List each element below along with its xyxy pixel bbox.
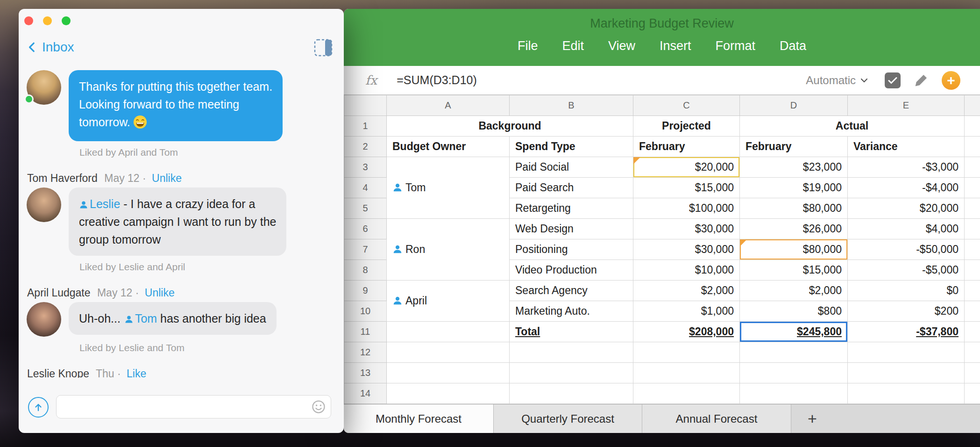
cell[interactable]: $100,000 — [633, 198, 740, 219]
emoji-picker-button[interactable] — [312, 400, 326, 416]
cell[interactable]: Positioning — [510, 239, 633, 260]
tab-quarterly-forecast[interactable]: Quarterly Forecast — [494, 404, 642, 433]
cell[interactable] — [633, 342, 740, 363]
cell[interactable]: $30,000 — [633, 219, 740, 239]
cell[interactable] — [965, 239, 980, 260]
tab-annual-forecast[interactable]: Annual Forecast — [642, 404, 791, 433]
avatar-tom[interactable] — [27, 187, 61, 222]
cell[interactable] — [965, 260, 980, 281]
cell[interactable]: $2,000 — [740, 281, 848, 301]
row-header-4[interactable]: 4 — [344, 178, 387, 198]
unlike-link[interactable]: Unlike — [152, 172, 182, 184]
cell[interactable]: Marketing Auto. — [510, 301, 633, 322]
cell[interactable] — [965, 342, 980, 363]
menu-edit[interactable]: Edit — [561, 36, 585, 56]
cell[interactable]: Paid Search — [510, 178, 633, 198]
cell[interactable] — [965, 178, 980, 198]
cell[interactable]: -$50,000 — [848, 239, 965, 260]
cell[interactable]: $20,000 — [848, 198, 965, 219]
cell[interactable]: -$5,000 — [848, 260, 965, 281]
like-link[interactable]: Like — [127, 368, 146, 378]
row-header-8[interactable]: 8 — [344, 260, 387, 281]
col-header-partial[interactable] — [965, 95, 980, 116]
cell[interactable]: -$3,000 — [848, 157, 965, 178]
cell[interactable]: $1,000 — [633, 301, 740, 322]
cell[interactable] — [848, 383, 965, 404]
cell-actual-header[interactable]: Actual — [740, 116, 965, 137]
cell-total-projected[interactable]: $208,000 — [633, 322, 740, 342]
row-header-9[interactable]: 9 — [344, 281, 387, 301]
cell[interactable] — [965, 219, 980, 239]
cell[interactable]: $23,000 — [740, 157, 848, 178]
cell-total-label[interactable]: Total — [510, 322, 633, 342]
menu-file[interactable]: File — [517, 36, 539, 56]
menu-data[interactable]: Data — [779, 36, 807, 56]
cell[interactable] — [848, 342, 965, 363]
cell[interactable]: $200 — [848, 301, 965, 322]
close-button[interactable] — [24, 16, 33, 25]
cell[interactable] — [848, 363, 965, 383]
cell[interactable] — [965, 383, 980, 404]
cell[interactable]: Retargeting — [510, 198, 633, 219]
cell[interactable]: $10,000 — [633, 260, 740, 281]
mention-leslie[interactable]: Leslie — [79, 197, 120, 210]
cell[interactable] — [965, 363, 980, 383]
row-header-3[interactable]: 3 — [344, 157, 387, 178]
avatar-april[interactable] — [27, 302, 61, 337]
cell[interactable] — [965, 281, 980, 301]
cell[interactable]: Paid Social — [510, 157, 633, 178]
cell[interactable] — [965, 157, 980, 178]
cell[interactable] — [965, 322, 980, 342]
row-header-14[interactable]: 14 — [344, 383, 387, 404]
cell[interactable] — [965, 301, 980, 322]
cell[interactable] — [510, 342, 633, 363]
menu-insert[interactable]: Insert — [659, 36, 692, 56]
add-button[interactable]: + — [942, 71, 960, 90]
cell[interactable]: $4,000 — [848, 219, 965, 239]
row-header-6[interactable]: 6 — [344, 219, 387, 239]
col-header-A[interactable]: A — [387, 95, 510, 116]
cell[interactable] — [387, 383, 510, 404]
zoom-button[interactable] — [62, 16, 71, 25]
cell-variance[interactable]: Variance — [848, 137, 965, 157]
cell[interactable]: $15,000 — [740, 260, 848, 281]
back-to-inbox-button[interactable]: Inbox — [26, 40, 74, 55]
calc-mode-dropdown[interactable]: Automatic — [806, 74, 868, 87]
owner-cell-tom[interactable]: Tom — [387, 157, 510, 219]
cell[interactable]: Video Production — [510, 260, 633, 281]
hide-panel-button[interactable] — [314, 39, 333, 58]
send-button[interactable] — [28, 397, 49, 418]
row-header-1[interactable]: 1 — [344, 116, 387, 137]
col-header-B[interactable]: B — [510, 95, 633, 116]
cell[interactable] — [965, 198, 980, 219]
mention-tom[interactable]: Tom — [124, 312, 157, 325]
unlike-link[interactable]: Unlike — [145, 287, 175, 299]
message-input[interactable] — [56, 395, 331, 418]
cell-projected-month[interactable]: February — [633, 137, 740, 157]
select-all-corner[interactable] — [344, 95, 387, 116]
col-header-E[interactable]: E — [848, 95, 965, 116]
cell-D11-selected[interactable]: $245,800 — [740, 322, 848, 342]
pen-tool-button[interactable] — [914, 73, 929, 88]
cell[interactable]: Search Agency — [510, 281, 633, 301]
menu-format[interactable]: Format — [715, 36, 757, 56]
row-header-12[interactable]: 12 — [344, 342, 387, 363]
add-sheet-button[interactable]: + — [791, 404, 833, 433]
cell-projected-header[interactable]: Projected — [633, 116, 740, 137]
cell[interactable]: $0 — [848, 281, 965, 301]
cell-background-header[interactable]: Background — [387, 116, 633, 137]
cell-actual-month[interactable]: February — [740, 137, 848, 157]
cell[interactable] — [965, 116, 980, 137]
checkbox-tool-button[interactable] — [885, 72, 901, 88]
cell[interactable]: $15,000 — [633, 178, 740, 198]
row-header-2[interactable]: 2 — [344, 137, 387, 157]
col-header-C[interactable]: C — [633, 95, 740, 116]
cell[interactable] — [740, 383, 848, 404]
row-header-13[interactable]: 13 — [344, 363, 387, 383]
cell[interactable]: Web Design — [510, 219, 633, 239]
cell[interactable] — [510, 363, 633, 383]
cell[interactable]: $26,000 — [740, 219, 848, 239]
col-header-D[interactable]: D — [740, 95, 848, 116]
menu-view[interactable]: View — [607, 36, 636, 56]
tab-monthly-forecast[interactable]: Monthly Forecast — [344, 404, 494, 433]
